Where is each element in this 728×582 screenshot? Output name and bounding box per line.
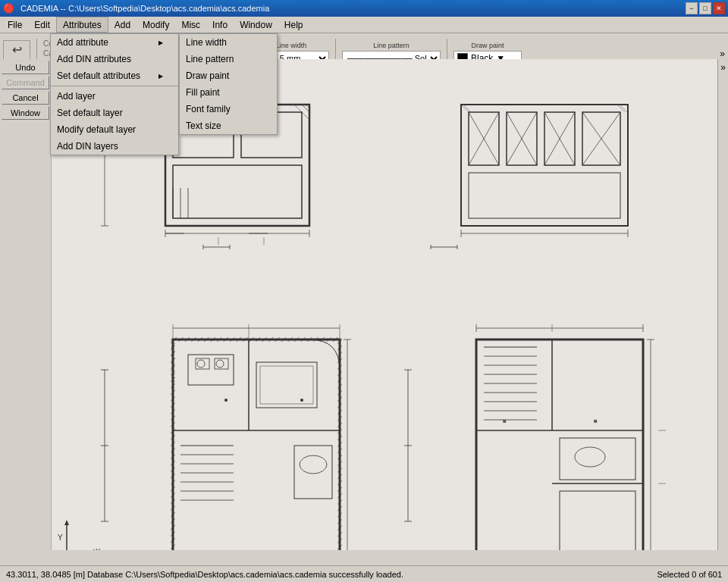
undo-cmd[interactable]: Undo: [2, 61, 49, 74]
svg-rect-39: [469, 173, 620, 218]
dropdown-modify-default-layer[interactable]: Modify default layer: [51, 121, 178, 138]
attributes-dropdown: Add attribute Add DIN attributes Set def…: [50, 33, 179, 155]
submenu-draw-paint[interactable]: Draw paint: [180, 67, 277, 84]
menu-misc[interactable]: Misc: [175, 17, 206, 33]
dropdown-set-default-attributes[interactable]: Set default attributes: [51, 67, 178, 84]
menu-modify[interactable]: Modify: [136, 17, 175, 33]
svg-rect-93: [171, 337, 175, 550]
window-cmd[interactable]: Window: [2, 106, 49, 120]
building-bottom-right: ■ ■: [404, 324, 666, 550]
svg-line-41: [463, 105, 471, 112]
svg-rect-70: [294, 446, 332, 499]
menu-info[interactable]: Info: [206, 17, 234, 33]
status-coordinates: 43.3011, 38.0485 [m] Database C:\Users\S…: [6, 570, 651, 579]
svg-rect-95: [171, 337, 342, 342]
dropdown-add-attribute[interactable]: Add attribute: [51, 34, 178, 51]
submenu-line-width[interactable]: Line width: [180, 34, 277, 51]
right-expand-button[interactable]: »: [717, 59, 728, 550]
svg-line-22: [302, 105, 309, 112]
svg-rect-94: [337, 337, 342, 550]
building-bottom-left: [101, 324, 351, 550]
status-selection: Selected 0 of 601: [657, 570, 722, 579]
svg-point-66: [197, 360, 205, 368]
svg-rect-63: [188, 355, 234, 385]
svg-text:■: ■: [594, 418, 598, 424]
svg-rect-125: [560, 491, 635, 550]
submenu-text-size[interactable]: Text size: [180, 117, 277, 134]
menu-bar: File Edit Attributes Add Modify Misc Inf…: [0, 17, 728, 33]
minimize-button[interactable]: −: [686, 2, 698, 14]
maximize-button[interactable]: □: [699, 2, 711, 14]
command-cmd: Command: [2, 76, 49, 89]
svg-text:Y: Y: [58, 534, 63, 542]
window-controls: − □ ✕: [686, 2, 725, 14]
title-bar: 🔴 CADEMIA -- C:\Users\Softpedia\Desktop\…: [0, 0, 728, 17]
menu-add[interactable]: Add: [108, 17, 136, 33]
undo-icon: ↩: [12, 42, 22, 57]
dropdown-separator-1: [51, 86, 178, 86]
svg-rect-3: [173, 165, 302, 218]
window-title: CADEMIA -- C:\Users\Softpedia\Desktop\ac…: [17, 4, 686, 13]
status-bar: 43.3011, 38.0485 [m] Database C:\Users\S…: [0, 565, 728, 582]
svg-point-124: [575, 447, 605, 467]
menu-window[interactable]: Window: [234, 17, 278, 33]
svg-point-105: [300, 399, 303, 402]
svg-point-67: [216, 360, 224, 368]
dropdown-set-default-layer[interactable]: Set default layer: [51, 105, 178, 121]
menu-attributes[interactable]: Attributes: [56, 17, 108, 33]
expand-icon: »: [720, 62, 726, 73]
svg-line-40: [461, 105, 469, 112]
submenu-line-pattern[interactable]: Line pattern: [180, 51, 277, 67]
dropdown-add-layer[interactable]: Add layer: [51, 88, 178, 105]
svg-line-43: [620, 105, 627, 112]
axis-indicator: Y X: [58, 520, 101, 550]
toolbar-expand[interactable]: »: [720, 48, 725, 59]
dropdown-add-din-attributes[interactable]: Add DIN attributes: [51, 51, 178, 67]
svg-text:■: ■: [503, 418, 507, 424]
svg-rect-69: [260, 366, 313, 404]
svg-rect-68: [256, 362, 317, 408]
svg-text:X: X: [96, 548, 101, 550]
submenu-fill-paint[interactable]: Fill paint: [180, 84, 277, 101]
menu-help[interactable]: Help: [278, 17, 309, 33]
cancel-cmd[interactable]: Cancel: [2, 91, 49, 105]
menu-edit[interactable]: Edit: [28, 17, 56, 33]
left-command-panel: Undo Command Cancel Window: [0, 59, 52, 550]
dropdown-add-din-layers[interactable]: Add DIN layers: [51, 138, 178, 155]
close-button[interactable]: ✕: [713, 2, 725, 14]
svg-point-104: [224, 399, 228, 402]
submenu-font-family[interactable]: Font family: [180, 101, 277, 117]
building-top-right: [461, 105, 728, 237]
svg-rect-123: [560, 438, 635, 480]
svg-line-42: [617, 105, 625, 112]
attributes-submenu: Line width Line pattern Draw paint Fill …: [179, 33, 278, 135]
svg-point-71: [300, 455, 327, 474]
menu-file[interactable]: File: [2, 17, 28, 33]
svg-marker-146: [64, 520, 69, 525]
